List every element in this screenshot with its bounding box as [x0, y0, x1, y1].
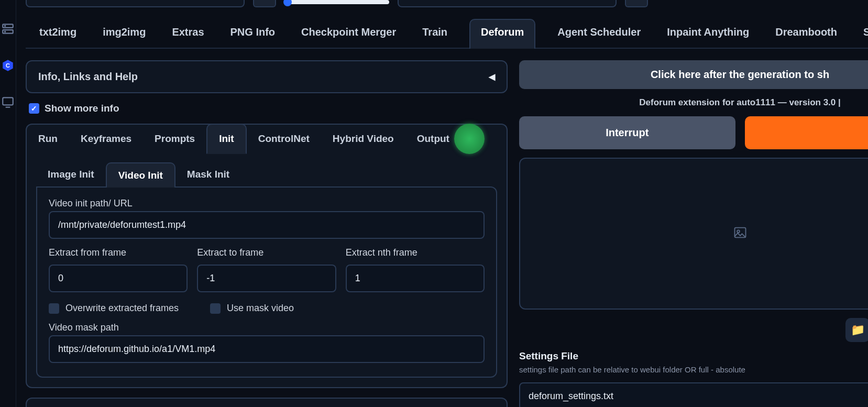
tab-deforum[interactable]: Deforum [469, 19, 535, 49]
tab-txt2img[interactable]: txt2img [35, 19, 81, 48]
subtab-hybrid-video[interactable]: Hybrid Video [321, 125, 405, 153]
info-links-help-accordion[interactable]: Info, Links and Help ◀ [26, 60, 508, 93]
extract-from-input[interactable] [49, 265, 188, 292]
tab-agent-scheduler[interactable]: Agent Scheduler [553, 19, 645, 48]
left-rail: C [0, 0, 16, 407]
use-mask-video-label: Use mask video [227, 303, 294, 314]
use-mask-video-checkbox[interactable] [210, 303, 221, 314]
init-subtab-video[interactable]: Video Init [106, 162, 175, 188]
video-init-body: Video init path/ URL Extract from frame … [36, 186, 497, 378]
video-mask-path-label: Video mask path [49, 322, 485, 333]
tab-dreambooth[interactable]: Dreambooth [771, 19, 841, 48]
svg-rect-6 [3, 97, 13, 105]
output-preview [519, 158, 868, 310]
server-icon[interactable] [0, 21, 16, 37]
hex-c-icon[interactable]: C [0, 58, 16, 73]
deforum-version-label: Deforum extension for auto1111 — version… [519, 97, 868, 108]
svg-text:C: C [6, 62, 10, 69]
extract-nth-input[interactable] [346, 265, 485, 292]
overwrite-extracted-label: Overwrite extracted frames [65, 303, 179, 314]
deforum-subtabs: Run Keyframes Prompts Init ControlNet Hy… [26, 124, 508, 153]
header-dropdown[interactable] [26, 0, 245, 7]
interrupt-button[interactable]: Interrupt [519, 116, 735, 149]
output-actions-row: 📁 🖼️ 🎨 ↖ [519, 318, 868, 342]
header-chip-2[interactable] [625, 0, 648, 7]
video-init-path-input[interactable] [49, 211, 485, 239]
svg-point-9 [737, 230, 740, 233]
top-tabs: txt2img img2img Extras PNG Info Checkpoi… [26, 9, 868, 49]
open-folder-button[interactable]: 📁 [845, 318, 868, 342]
extract-to-input[interactable] [197, 265, 336, 292]
tab-train[interactable]: Train [418, 19, 452, 48]
settings-file-input[interactable] [519, 382, 868, 407]
subtab-prompts[interactable]: Prompts [143, 125, 206, 153]
extract-from-label: Extract from frame [49, 247, 188, 258]
show-more-info-checkbox[interactable]: ✓ [29, 103, 39, 114]
monitor-icon[interactable] [0, 94, 16, 110]
extract-nth-label: Extract nth frame [346, 247, 485, 258]
subtab-run[interactable]: Run [27, 125, 69, 153]
collapse-icon: ◀ [489, 72, 495, 82]
overwrite-extracted-row[interactable]: Overwrite extracted frames [49, 303, 179, 314]
header-box-2[interactable] [398, 0, 617, 7]
subtab-keyframes[interactable]: Keyframes [69, 125, 143, 153]
init-subtab-image[interactable]: Image Init [36, 162, 106, 188]
tab-checkpoint-merger[interactable]: Checkpoint Merger [297, 19, 400, 48]
video-mask-path-input[interactable] [49, 335, 485, 363]
init-subtab-mask[interactable]: Mask Init [175, 162, 241, 188]
header-row [26, 0, 868, 9]
settings-file-title: Settings File [519, 350, 868, 362]
parseq-accordion[interactable]: Parseq ◀ [26, 398, 508, 407]
tab-inpaint-anything[interactable]: Inpaint Anything [663, 19, 753, 48]
show-output-button[interactable]: Click here after the generation to sh [519, 60, 868, 89]
show-more-info-row[interactable]: ✓ Show more info [26, 103, 508, 114]
svg-point-3 [5, 31, 5, 32]
generate-button[interactable] [745, 116, 868, 149]
use-mask-video-row[interactable]: Use mask video [210, 303, 294, 314]
init-subtabs: Image Init Video Init Mask Init [36, 162, 497, 188]
video-init-path-label: Video init path/ URL [49, 198, 485, 209]
svg-point-2 [5, 26, 5, 26]
subtab-output[interactable]: Output [405, 125, 461, 153]
tab-img2img[interactable]: img2img [98, 19, 150, 48]
image-placeholder-icon [733, 225, 748, 243]
info-links-help-title: Info, Links and Help [38, 71, 138, 83]
header-chip-1[interactable] [253, 0, 276, 7]
tab-extras[interactable]: Extras [168, 19, 208, 48]
subtab-init[interactable]: Init [206, 124, 247, 154]
settings-file-hint: settings file path can be relative to we… [519, 365, 868, 374]
subtab-controlnet[interactable]: ControlNet [247, 125, 321, 153]
tab-pnginfo[interactable]: PNG Info [226, 19, 280, 48]
header-slider[interactable] [284, 0, 389, 4]
extract-to-label: Extract to frame [197, 247, 336, 258]
overwrite-extracted-checkbox[interactable] [49, 303, 59, 314]
init-panel: Image Init Video Init Mask Init Video in… [26, 153, 508, 388]
show-more-info-label: Show more info [45, 103, 119, 114]
tab-settings[interactable]: Settings [859, 19, 868, 48]
